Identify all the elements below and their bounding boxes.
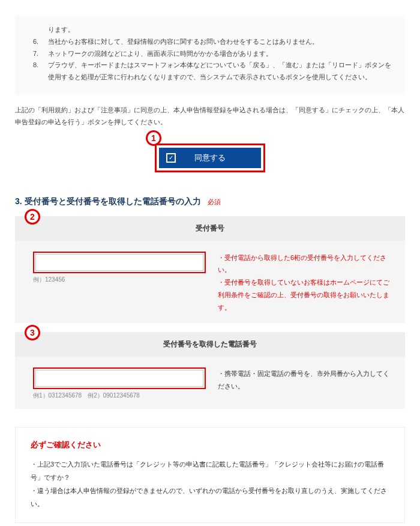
agree-button[interactable]: ✓ 同意する [159,148,261,168]
phone-hints: ・携帯電話・固定電話の番号を、市外局番から入力してください。 [218,367,393,393]
notice-list: ります。 6.当社からお客様に対して、登録情報の内容に関するお問い合わせをするこ… [27,24,393,83]
notice-6: 当社からお客様に対して、登録情報の内容に関するお問い合わせをすることはありません… [48,38,319,45]
reception-example: 例）123456 [33,276,206,284]
phone-highlight [33,367,206,389]
notice-5-tail: ります。 [48,26,74,33]
reception-header: 受付番号 [15,216,405,241]
agree-label: 同意する [194,153,226,163]
notice-7: ネットワークの混雑などにより、画面表示に時間がかかる場合があります。 [48,50,272,57]
instruction-text: 上記の「利用規約」および「注意事項」に同意の上、本人申告情報登録を申込される場合… [15,104,405,128]
phone-header: 受付番号を取得した電話番号 [15,332,405,357]
check-icon: ✓ [166,153,176,163]
required-badge: 必須 [208,198,221,205]
confirm-line-1: ・上記3でご入力頂いた電話番号は「クレジット等の申込書に記載した電話番号」「クレ… [31,458,389,484]
phone-block: 3 受付番号を取得した電話番号 例1）0312345678 例2）0901234… [15,332,405,409]
section-3-title: 3. 受付番号と受付番号を取得した電話番号の入力 必須 [15,196,405,207]
agree-highlight: ✓ 同意する [155,144,265,172]
reception-highlight [33,252,206,273]
marker-2: 2 [25,209,40,225]
phone-input[interactable] [35,370,203,387]
notice-box: ります。 6.当社からお客様に対して、登録情報の内容に関するお問い合わせをするこ… [15,15,405,95]
reception-input[interactable] [35,254,203,271]
marker-3: 3 [25,325,40,340]
reception-hints: ・受付電話から取得した6桁の受付番号を入力してください。 ・受付番号を取得してい… [218,252,393,314]
confirm-box: 必ずご確認ください ・上記3でご入力頂いた電話番号は「クレジット等の申込書に記載… [15,427,405,523]
confirm-title: 必ずご確認ください [31,440,389,450]
marker-1: 1 [146,130,161,146]
phone-example: 例1）0312345678 例2）09012345678 [33,391,206,400]
reception-block: 2 受付番号 例）123456 ・受付電話から取得した6桁の受付番号を入力してく… [15,216,405,323]
notice-8: ブラウザ、キーボードまたはスマートフォン本体などについている「戻る」、「進む」ま… [48,61,391,80]
confirm-line-2: ・違う場合は本人申告情報の登録ができませんので、いずれかの電話から受付番号をお取… [31,484,389,510]
